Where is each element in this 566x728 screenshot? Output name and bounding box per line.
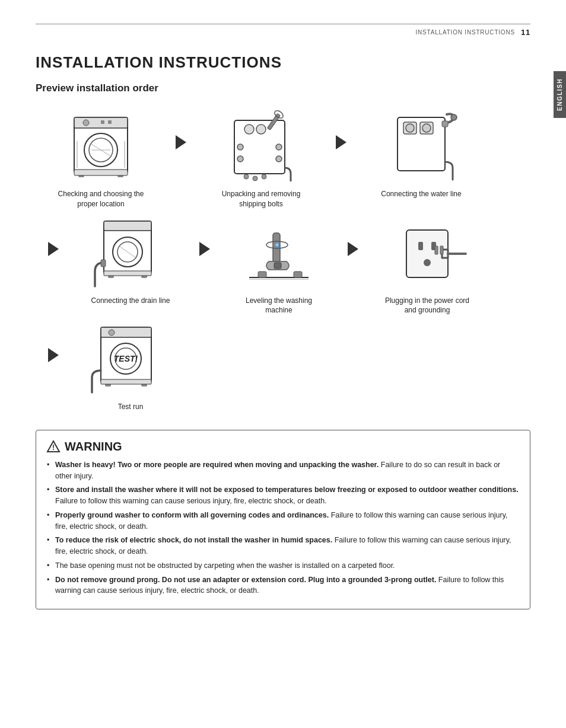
warning-item-6: Do not remove ground prong. Do not use a… [47, 574, 519, 597]
svg-rect-10 [101, 120, 104, 124]
arrow-icon-left-2 [48, 242, 59, 256]
page-title: INSTALLATION INSTRUCTIONS [36, 53, 530, 72]
step-2-image [220, 108, 303, 186]
svg-rect-41 [104, 271, 151, 276]
arrow-4 [338, 215, 368, 256]
arrow-icon-3 [199, 242, 210, 256]
svg-point-29 [406, 124, 414, 132]
warning-bold-4: To reduce the risk of electric shock, do… [55, 536, 332, 544]
arrow-icon-2 [336, 135, 346, 149]
side-tab: ENGLISH [554, 71, 566, 118]
step-3-image [380, 108, 463, 186]
svg-rect-34 [104, 221, 151, 231]
warning-title-text: WARNING [65, 440, 122, 454]
warning-item-4: To reduce the risk of electric shock, do… [47, 535, 519, 557]
svg-point-45 [275, 243, 279, 247]
svg-point-17 [237, 144, 243, 150]
top-rule [36, 24, 530, 24]
arrow-icon-left-3 [48, 348, 59, 362]
section-subtitle: Preview installation order [36, 82, 530, 94]
steps-row-1: Checking and choosing the proper locatio… [36, 108, 530, 209]
warning-box: ! WARNING Washer is heavy! Two or more p… [36, 430, 530, 609]
svg-text:!: ! [52, 443, 55, 452]
warning-item-5: The base opening must not be obstructed … [47, 560, 519, 571]
step-4: Connecting the drain line [71, 215, 190, 306]
step-4-image [89, 215, 172, 292]
warning-triangle-icon: ! [47, 440, 60, 453]
arrow-1 [166, 108, 196, 149]
step-1-image [59, 108, 142, 186]
svg-rect-49 [294, 272, 302, 277]
svg-point-9 [83, 120, 89, 126]
warning-list: Washer is heavy! Two or more people are … [47, 459, 519, 596]
step-7-label: Test run [118, 402, 144, 412]
warning-bold-6: Do not remove ground prong. Do not use a… [55, 576, 436, 584]
arrow-row2-left [36, 215, 71, 256]
step-5-image [237, 215, 320, 292]
svg-rect-21 [267, 113, 280, 130]
steps-row-3: TEST! Test run [36, 321, 530, 412]
header-section-label: INSTALLATION INSTRUCTIONS [416, 29, 515, 36]
svg-point-18 [276, 144, 282, 150]
step-1-label: Checking and choosing the proper locatio… [53, 189, 148, 209]
svg-point-15 [244, 124, 254, 134]
svg-rect-48 [258, 272, 266, 277]
step-2: Unpacking and removing shipping bolts [196, 108, 326, 209]
step-3-label: Connecting the water line [381, 189, 461, 199]
step-5-label: Leveling the washing machine [231, 296, 326, 316]
step-6-label: Plugging in the power cord and grounding [380, 296, 475, 316]
svg-rect-42 [273, 233, 280, 263]
svg-point-20 [276, 156, 282, 162]
svg-rect-55 [440, 246, 443, 254]
svg-point-25 [262, 174, 266, 179]
step-6: Plugging in the power cord and grounding [368, 215, 486, 316]
step-5: Leveling the washing machine [220, 215, 338, 316]
warning-title: ! WARNING [47, 440, 519, 454]
warning-item-3: Properly ground washer to conform with a… [47, 510, 519, 532]
svg-rect-63 [101, 379, 151, 384]
svg-point-19 [237, 156, 243, 162]
steps-row-2: Connecting the drain line [36, 215, 530, 316]
step-7-image: TEST! [89, 321, 172, 398]
svg-rect-51 [418, 242, 423, 250]
svg-point-64 [109, 330, 115, 336]
svg-point-53 [424, 259, 431, 266]
warning-bold-1: Washer is heavy! Two or more people are … [55, 461, 379, 469]
step-7: TEST! Test run [71, 321, 190, 412]
svg-rect-43 [274, 263, 281, 269]
svg-rect-38 [101, 260, 106, 267]
step-2-label: Unpacking and removing shipping bolts [214, 189, 309, 209]
top-header: INSTALLATION INSTRUCTIONS 11 [36, 28, 530, 37]
step-6-image [386, 215, 469, 292]
warning-item-2: Store and install the washer where it wi… [47, 484, 519, 507]
warning-normal-2: Failure to follow this warning can cause… [55, 497, 327, 505]
arrow-icon-1 [176, 135, 186, 149]
warning-normal-5: The base opening must not be obstructed … [55, 561, 395, 570]
step-3: Connecting the water line [356, 108, 486, 199]
arrow-icon-4 [348, 242, 358, 256]
warning-item-1: Washer is heavy! Two or more people are … [47, 459, 519, 482]
page-container: INSTALLATION INSTRUCTIONS 11 ENGLISH INS… [0, 0, 566, 633]
svg-text:TEST!: TEST! [114, 354, 138, 363]
svg-point-30 [422, 124, 431, 132]
step-4-label: Connecting the drain line [91, 296, 170, 306]
svg-point-24 [253, 176, 257, 181]
page-number: 11 [521, 28, 530, 37]
step-1: Checking and choosing the proper locatio… [36, 108, 166, 209]
svg-point-31 [451, 114, 457, 120]
warning-bold-2: Store and install the washer where it wi… [55, 486, 519, 494]
svg-rect-54 [435, 246, 438, 254]
arrow-2 [326, 108, 356, 149]
arrow-row3-left [36, 321, 71, 362]
svg-rect-8 [74, 170, 128, 175]
svg-point-16 [256, 124, 266, 134]
arrow-3 [190, 215, 220, 256]
svg-rect-32 [442, 121, 448, 127]
svg-line-37 [120, 247, 135, 257]
svg-point-23 [244, 174, 249, 179]
svg-rect-11 [108, 120, 112, 124]
warning-bold-3: Properly ground washer to conform with a… [55, 511, 329, 519]
